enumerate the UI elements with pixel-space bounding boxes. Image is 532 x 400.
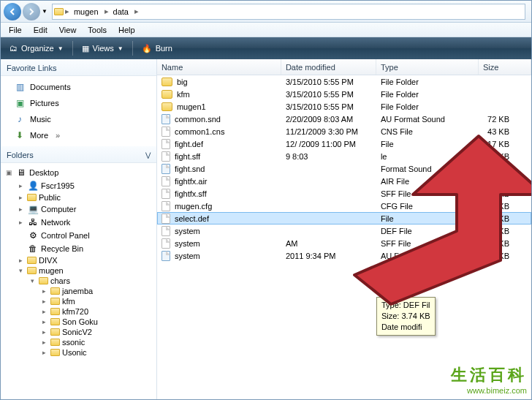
file-row[interactable]: fight.snd Format Sound88 KB bbox=[157, 162, 531, 175]
file-row[interactable]: mugen.cfg CFG File11 KB bbox=[157, 200, 531, 212]
navigation-pane: Favorite Links ▥Documents ▣Pictures ♪Mus… bbox=[1, 59, 157, 399]
tree-item[interactable]: ▸Son Goku bbox=[1, 317, 156, 327]
file-date: AM bbox=[281, 239, 376, 248]
file-date: 9 8:03 bbox=[281, 152, 376, 161]
computer-icon: 💻 bbox=[27, 203, 39, 215]
tree-item[interactable]: ▸kfm720 bbox=[1, 306, 156, 317]
column-size[interactable]: Size bbox=[479, 59, 531, 75]
file-list[interactable]: big3/15/2010 5:55 PMFile Folderkfm3/15/2… bbox=[157, 75, 531, 399]
tree-item[interactable]: ▸kfm bbox=[1, 296, 156, 306]
views-button[interactable]: ▦ Views ▼ bbox=[76, 42, 129, 56]
tree-item-label: SonicV2 bbox=[62, 328, 92, 336]
folder-icon bbox=[50, 308, 60, 315]
breadcrumb-mugen[interactable]: mugen bbox=[71, 4, 103, 19]
organize-button[interactable]: 🗂 Organize ▼ bbox=[4, 42, 69, 55]
tree-item[interactable]: ▸Public bbox=[1, 192, 156, 203]
file-row[interactable]: fightfx.air AIR File4 KB bbox=[157, 175, 531, 187]
column-date[interactable]: Date modified bbox=[281, 59, 376, 75]
file-name: select.def bbox=[175, 214, 209, 223]
tree-item[interactable]: ▸💻Computer bbox=[1, 203, 156, 216]
tree-item[interactable]: ▸janemba bbox=[1, 286, 156, 296]
tree-item[interactable]: ⚙Control Panel bbox=[1, 229, 156, 242]
file-name: system bbox=[175, 227, 200, 235]
tree-item[interactable]: ▸ssonic bbox=[1, 337, 156, 347]
tree-expander[interactable]: ▸ bbox=[17, 219, 25, 226]
tree-expander[interactable]: ▸ bbox=[40, 318, 48, 325]
menu-help[interactable]: Help bbox=[113, 24, 140, 36]
file-row[interactable]: system 2011 9:34 PMAU Format Sound9 KB bbox=[157, 249, 531, 262]
file-row[interactable]: mugen13/15/2010 5:55 PMFile Folder bbox=[157, 100, 531, 113]
column-name[interactable]: Name bbox=[157, 59, 281, 75]
tree-expander[interactable]: ▸ bbox=[40, 287, 48, 295]
explorer-window: ▼ ▸ mugen ▸ data ▸ File Edit View Tools … bbox=[0, 0, 532, 400]
file-icon bbox=[162, 151, 170, 162]
folder-icon bbox=[27, 257, 37, 264]
file-row[interactable]: common.snd2/20/2009 8:03 AMAU Format Sou… bbox=[157, 113, 531, 125]
file-row[interactable]: fight.def12/ /2009 11:00 PM File17 KB bbox=[157, 137, 531, 150]
fav-pictures[interactable]: ▣Pictures bbox=[1, 95, 156, 111]
file-row[interactable]: big3/15/2010 5:55 PMFile Folder bbox=[157, 75, 531, 88]
tree-expander[interactable]: ▾ bbox=[28, 277, 37, 284]
file-row[interactable]: fight.sff 9 8:03 le69 KB bbox=[157, 150, 531, 162]
tree-item[interactable]: 🗑Recycle Bin bbox=[1, 242, 156, 255]
tree-item-label: Computer bbox=[41, 205, 76, 214]
views-label: Views bbox=[93, 44, 114, 53]
tree-expander[interactable]: ▣ bbox=[5, 169, 13, 176]
chevron-right-icon[interactable]: ▸ bbox=[103, 7, 110, 16]
file-name: fight.snd bbox=[175, 165, 205, 173]
menu-file[interactable]: File bbox=[4, 24, 27, 36]
menu-view[interactable]: View bbox=[54, 24, 82, 36]
tree-item-label: kfm bbox=[62, 297, 75, 306]
tree-item[interactable]: ▸👤Fscr1995 bbox=[1, 179, 156, 192]
fav-label: Documents bbox=[30, 83, 71, 91]
tree-item[interactable]: ▸SonicV2 bbox=[1, 327, 156, 337]
menu-tools[interactable]: Tools bbox=[83, 24, 112, 36]
tree-item-label: ssonic bbox=[62, 338, 85, 347]
tree-item[interactable]: ▣🖥Desktop bbox=[1, 166, 156, 179]
file-row[interactable]: system DEF File16 KB bbox=[157, 224, 531, 237]
tree-expander[interactable]: ▸ bbox=[40, 328, 48, 336]
file-type: Format Sound bbox=[376, 165, 479, 173]
tree-expander[interactable]: ▸ bbox=[17, 182, 25, 189]
column-type[interactable]: Type bbox=[376, 59, 479, 75]
back-button[interactable] bbox=[4, 3, 21, 20]
burn-button[interactable]: 🔥 Burn bbox=[136, 42, 178, 56]
chevron-right-icon[interactable]: ▸ bbox=[64, 7, 71, 16]
tree-item[interactable]: ▸DIVX bbox=[1, 255, 156, 265]
breadcrumb-data[interactable]: data bbox=[110, 4, 133, 19]
file-row[interactable]: common1.cns11/21/2009 3:30 PMCNS File43 … bbox=[157, 125, 531, 137]
folder-icon bbox=[50, 287, 60, 295]
file-row[interactable]: fightfx.sff SFF File145 KB bbox=[157, 187, 531, 200]
tree-item-label: Desktop bbox=[29, 168, 58, 177]
tree-expander[interactable]: ▸ bbox=[40, 298, 48, 305]
fav-more[interactable]: ⬇More» bbox=[1, 127, 156, 143]
tree-item[interactable]: ▾mugen bbox=[1, 265, 156, 276]
chevron-right-icon[interactable]: ▸ bbox=[133, 7, 140, 16]
tree-expander[interactable]: ▸ bbox=[17, 194, 25, 201]
tree-expander[interactable]: ▾ bbox=[17, 267, 25, 274]
tree-expander[interactable]: ▸ bbox=[40, 349, 48, 356]
favorites-header-label: Favorite Links bbox=[7, 64, 56, 72]
file-row[interactable]: system AMSFF File142 KB bbox=[157, 237, 531, 249]
fav-music[interactable]: ♪Music bbox=[1, 111, 156, 127]
menu-edit[interactable]: Edit bbox=[28, 24, 53, 36]
tree-item[interactable]: ▸Usonic bbox=[1, 347, 156, 358]
fav-documents[interactable]: ▥Documents bbox=[1, 79, 156, 95]
tree-expander[interactable]: ▸ bbox=[17, 205, 25, 213]
forward-button[interactable] bbox=[23, 3, 40, 20]
folders-header[interactable]: Folders ⋁ bbox=[1, 146, 156, 163]
tree-item[interactable]: ▾chars bbox=[1, 276, 156, 286]
tree-expander[interactable]: ▸ bbox=[40, 339, 48, 346]
nav-history-dropdown[interactable]: ▼ bbox=[42, 8, 48, 15]
burn-label: Burn bbox=[156, 44, 172, 53]
tree-expander[interactable]: ▸ bbox=[17, 257, 25, 264]
music-icon: ♪ bbox=[14, 113, 26, 125]
file-icon bbox=[162, 139, 170, 149]
folder-tree[interactable]: ▣🖥Desktop▸👤Fscr1995▸Public▸💻Computer▸🖧Ne… bbox=[1, 163, 156, 399]
breadcrumb[interactable]: ▸ mugen ▸ data ▸ bbox=[52, 4, 525, 20]
file-row[interactable]: select.def File4 KB bbox=[157, 212, 531, 224]
file-row[interactable]: kfm3/15/2010 5:55 PMFile Folder bbox=[157, 88, 531, 100]
tree-item[interactable]: ▸🖧Network bbox=[1, 216, 156, 229]
organize-icon: 🗂 bbox=[10, 44, 18, 53]
tree-expander[interactable]: ▸ bbox=[40, 308, 48, 315]
